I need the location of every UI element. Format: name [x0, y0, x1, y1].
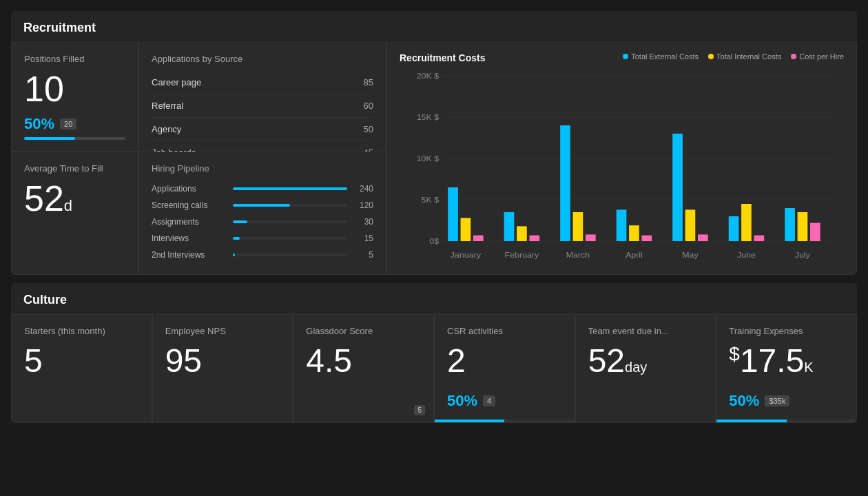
svg-rect-14 — [504, 212, 515, 241]
costs-chart-svg: 0$5K $10K $15K $20K $JanuaryFebruaryMarc… — [400, 69, 844, 262]
svg-rect-10 — [448, 187, 458, 241]
positions-percent: 50% — [24, 115, 54, 133]
legend-label: Total External Costs — [631, 52, 699, 61]
pipeline-row: Assignments 30 — [152, 214, 373, 230]
culture-unit: K — [804, 360, 813, 375]
svg-rect-16 — [529, 236, 539, 241]
source-name: Agency — [152, 124, 181, 134]
positions-progress-container — [24, 137, 125, 140]
culture-panel-5: Training Expenses $17.5K 50% $35k — [716, 314, 857, 423]
pipeline-count: 120 — [353, 200, 373, 210]
svg-rect-32 — [754, 236, 765, 241]
svg-text:May: May — [682, 251, 699, 259]
pipeline-row: 2nd Interviews 5 — [152, 247, 373, 263]
culture-panel-3: CSR activities 2 50% 4 — [434, 314, 575, 423]
source-row: Agency50 — [152, 118, 373, 141]
pipeline-bar-wrap — [233, 220, 347, 223]
apps-by-source-title: Applications by Source — [152, 54, 373, 64]
pipeline-count: 5 — [353, 250, 373, 260]
pipeline-count: 15 — [353, 234, 373, 243]
source-count: 85 — [364, 77, 373, 87]
culture-progress-fill — [435, 420, 504, 422]
costs-chart: 0$5K $10K $15K $20K $JanuaryFebruaryMarc… — [400, 69, 844, 262]
pipeline-row: Applications 240 — [152, 180, 373, 197]
source-name: Referral — [152, 101, 183, 111]
recruitment-title: Recruitment — [11, 11, 857, 42]
svg-text:July: July — [795, 251, 810, 259]
pipeline-rows: Applications 240 Screening calls 120 Ass… — [152, 180, 373, 263]
svg-rect-35 — [798, 212, 808, 241]
legend-dot — [708, 54, 714, 59]
svg-rect-26 — [672, 134, 683, 241]
source-count: 60 — [364, 101, 373, 111]
culture-badge: 4 — [483, 395, 495, 406]
costs-header: Recruitment Costs Total External CostsTo… — [400, 52, 844, 63]
positions-badge: 20 — [60, 118, 76, 130]
svg-rect-23 — [629, 225, 639, 241]
culture-prefix: $ — [729, 343, 740, 364]
legend-label: Total Internal Costs — [716, 52, 781, 61]
pipeline-row: Screening calls 120 — [152, 197, 373, 214]
legend-item: Cost per Hire — [791, 52, 844, 61]
hiring-pipeline-panel: Hiring Pipeline Applications 240 Screeni… — [138, 152, 386, 275]
pipeline-bar — [233, 237, 240, 240]
svg-text:0$: 0$ — [429, 238, 440, 245]
pipeline-bar-wrap — [233, 254, 347, 256]
pipeline-label: Interviews — [152, 234, 227, 243]
culture-content: Starters (this month) 5 Employee NPS 95 … — [11, 314, 857, 423]
culture-progress — [435, 420, 575, 422]
svg-rect-22 — [617, 209, 627, 241]
culture-big-value: 95 — [165, 343, 280, 380]
source-row: Career page85 — [152, 71, 373, 94]
svg-rect-20 — [586, 234, 596, 241]
culture-percent: 50% — [447, 392, 477, 410]
svg-rect-36 — [810, 223, 820, 241]
svg-text:20K $: 20K $ — [417, 72, 440, 80]
culture-panel-label: Employee NPS — [165, 326, 280, 336]
culture-big-value: 5 — [24, 343, 139, 380]
positions-filled-label: Positions Filled — [24, 54, 125, 64]
positions-progress-fill — [24, 137, 75, 140]
pipeline-bar-wrap — [233, 187, 347, 190]
positions-filled-panel: Positions Filled 10 50% 20 — [11, 42, 138, 152]
culture-panel-2: Glassdoor Score 4.5 5 — [293, 314, 434, 423]
recruitment-costs-panel: Recruitment Costs Total External CostsTo… — [386, 42, 857, 275]
svg-text:January: January — [451, 251, 481, 259]
culture-panel-label: CSR activities — [447, 326, 562, 336]
svg-text:March: March — [566, 251, 590, 259]
svg-text:5K $: 5K $ — [422, 196, 440, 204]
source-count: 50 — [364, 124, 373, 134]
culture-panel-label: Team event due in... — [588, 326, 703, 336]
costs-title: Recruitment Costs — [400, 52, 485, 63]
culture-unit: day — [625, 360, 647, 375]
culture-panel-0: Starters (this month) 5 — [11, 314, 152, 423]
pipeline-label: 2nd Interviews — [152, 250, 227, 260]
avg-time-panel: Average Time to Fill 52d — [11, 152, 138, 275]
pipeline-label: Assignments — [152, 217, 227, 227]
costs-legend: Total External CostsTotal Internal Costs… — [623, 52, 844, 61]
positions-filled-value: 10 — [24, 71, 125, 107]
svg-rect-27 — [685, 209, 696, 241]
pipeline-label: Applications — [152, 184, 227, 194]
culture-panel-4: Team event due in... 52day — [575, 314, 716, 423]
svg-text:February: February — [505, 251, 539, 259]
culture-percent-row: 50% 4 — [447, 385, 562, 410]
culture-percent-row: 50% $35k — [729, 385, 844, 410]
culture-big-value: 4.5 — [306, 343, 421, 380]
svg-rect-31 — [741, 204, 752, 241]
culture-panel-label: Starters (this month) — [24, 326, 139, 336]
svg-rect-30 — [729, 216, 739, 241]
svg-rect-28 — [698, 234, 708, 241]
legend-dot — [791, 54, 796, 59]
svg-text:June: June — [737, 251, 756, 259]
pipeline-bar — [233, 187, 347, 190]
legend-dot — [623, 54, 628, 59]
recruitment-content: Positions Filled 10 50% 20 Applications … — [11, 42, 857, 275]
culture-progress-fill — [716, 420, 786, 422]
pipeline-row: Interviews 15 — [152, 230, 373, 247]
positions-percent-row: 50% 20 — [24, 115, 125, 133]
avg-time-label: Average Time to Fill — [24, 163, 125, 174]
source-name: Career page — [152, 77, 201, 87]
pipeline-count: 240 — [353, 184, 373, 194]
culture-big-value: 2 — [447, 343, 562, 380]
